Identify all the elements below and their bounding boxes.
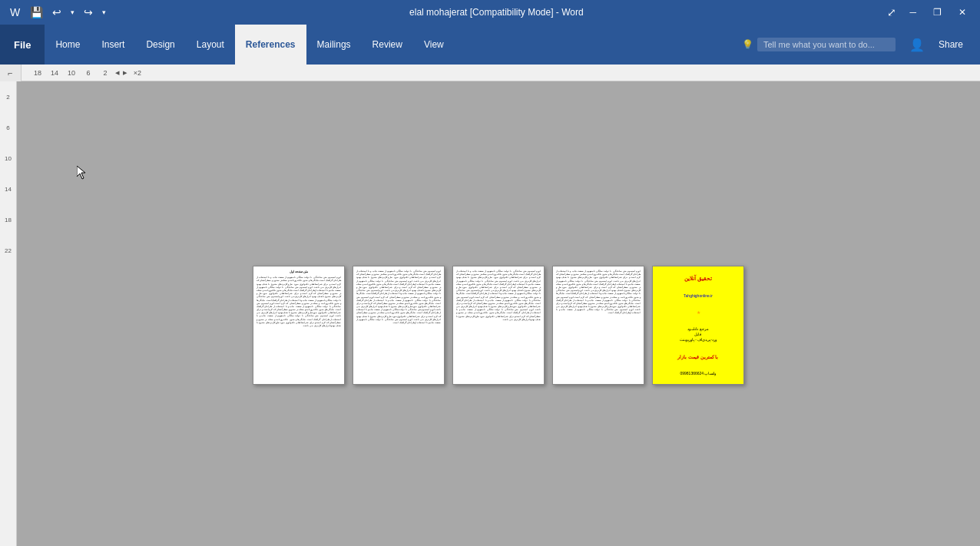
vruler-10: 10: [0, 147, 16, 162]
ruler-corner[interactable]: ⌐: [0, 65, 22, 81]
ribbon: File Home Insert Design Layout Reference…: [0, 25, 980, 65]
tab-view[interactable]: View: [413, 25, 455, 65]
user-icon: 👤: [909, 38, 925, 52]
tab-mailings[interactable]: Mailings: [306, 25, 362, 65]
tab-home[interactable]: Home: [45, 25, 91, 65]
ad-line3: ورد-پی‌دی‌اف - پاورپوینت: [680, 337, 717, 342]
file-tab[interactable]: File: [0, 25, 45, 65]
ruler-mark-2: 2: [97, 69, 114, 77]
save-button[interactable]: 💾: [27, 5, 46, 20]
ruler-corner-icon: ⌐: [8, 68, 12, 78]
ribbon-tabs: Home Insert Design Layout References Mai…: [45, 25, 734, 65]
close-button[interactable]: ✕: [951, 4, 974, 21]
lightbulb-icon: 💡: [742, 39, 753, 50]
vruler-empty4: [0, 193, 16, 208]
page-5-ad-content: تحقیق آنلاین Tahghighonline.ir ★ مرجع دا…: [653, 266, 743, 384]
ad-phone: واتساپ 09981366624: [680, 371, 717, 376]
tab-insert[interactable]: Insert: [91, 25, 135, 65]
vruler-18: 18: [0, 208, 16, 223]
ad-url: Tahghighonline.ir: [684, 293, 713, 298]
undo-dropdown-button[interactable]: ▾: [68, 7, 78, 18]
svg-marker-0: [77, 166, 85, 179]
redo-button[interactable]: ↪: [81, 5, 96, 20]
vruler-empty1: [0, 101, 16, 116]
minimize-button[interactable]: ─: [902, 4, 924, 21]
ad-line1: مرجع دانلـــود: [680, 326, 717, 332]
vruler-6: 6: [0, 116, 16, 131]
vruler-empty2: [0, 131, 16, 147]
page-1-content: متن صفحه اول لورم ایپسوم متن ساختگی با ت…: [253, 266, 344, 384]
vruler-empty5: [0, 223, 16, 239]
titlebar-right: ⤢ ─ ❐ ✕: [883, 4, 974, 21]
page-thumbnail-5[interactable]: تحقیق آنلاین Tahghighonline.ir ★ مرجع دا…: [652, 266, 744, 385]
undo-button[interactable]: ↩: [49, 5, 65, 20]
ruler-mark-18: 18: [29, 69, 46, 77]
ruler-marker-right: ▸: [123, 68, 127, 78]
ribbon-right: 👤 Share: [903, 25, 980, 65]
tab-design[interactable]: Design: [135, 25, 185, 65]
titlebar-left: W 💾 ↩ ▾ ↪ ▾: [6, 5, 109, 20]
vruler-2: 2: [0, 85, 16, 101]
vruler-22: 22: [0, 239, 16, 254]
tab-review[interactable]: Review: [362, 25, 413, 65]
restore-button[interactable]: ❐: [925, 4, 949, 21]
page-4-content: لورم ایپسوم متن ساختگی با تولید سادگی نا…: [553, 266, 644, 384]
ruler-top: ⌐ 18 14 10 6 2 ◂ ▸ ×2: [0, 65, 980, 81]
ribbon-search-area: 💡: [734, 25, 903, 65]
page-thumbnails: متن صفحه اول لورم ایپسوم متن ساختگی با ت…: [253, 266, 744, 385]
vruler-empty3: [0, 162, 16, 177]
window-title: elal mohajerat [Compatibility Mode] - Wo…: [109, 7, 883, 18]
ruler-marker-left: ◂: [115, 68, 120, 78]
ruler-mark-6: 6: [80, 69, 97, 77]
page-3-content: لورم ایپسوم متن ساختگی با تولید سادگی نا…: [453, 266, 544, 384]
page-thumbnail-4[interactable]: لورم ایپسوم متن ساختگی با تولید سادگی نا…: [552, 266, 644, 385]
tab-layout[interactable]: Layout: [186, 25, 235, 65]
page-2-content: لورم ایپسوم متن ساختگی با تولید سادگی نا…: [353, 266, 444, 384]
page-thumbnail-2[interactable]: لورم ایپسوم متن ساختگی با تولید سادگی نا…: [353, 266, 445, 385]
ruler-mark-x2: ×2: [129, 69, 146, 77]
search-input[interactable]: [757, 38, 896, 51]
word-icon: W: [6, 5, 24, 20]
ruler-left: 2 6 10 14 18 22: [0, 81, 17, 546]
ad-line2: فایل: [680, 332, 717, 337]
ad-highlight: با کمترین قیمت بازار: [677, 354, 718, 359]
ad-stars: ★: [697, 309, 700, 315]
main-area: 2 6 10 14 18 22 متن صفحه اول لورم ایپسوم…: [0, 81, 980, 546]
page-thumbnail-3[interactable]: لورم ایپسوم متن ساختگی با تولید سادگی نا…: [452, 266, 545, 385]
ad-body: مرجع دانلـــود فایل ورد-پی‌دی‌اف - پاورپ…: [680, 326, 717, 342]
ruler-mark-14: 14: [46, 69, 63, 77]
page-thumbnail-1[interactable]: متن صفحه اول لورم ایپسوم متن ساختگی با ت…: [253, 266, 345, 385]
vruler-14: 14: [0, 177, 16, 193]
mouse-cursor: [77, 166, 81, 170]
qat-more-button[interactable]: ▾: [99, 7, 109, 18]
ruler-mark-10: 10: [63, 69, 80, 77]
fullscreen-icon[interactable]: ⤢: [883, 5, 900, 20]
share-button[interactable]: Share: [928, 39, 974, 50]
tab-references[interactable]: References: [235, 25, 306, 65]
document-canvas: متن صفحه اول لورم ایپسوم متن ساختگی با ت…: [17, 81, 980, 546]
ad-title: تحقیق آنلاین: [684, 276, 712, 282]
title-bar: W 💾 ↩ ▾ ↪ ▾ elal mohajerat [Compatibilit…: [0, 0, 980, 25]
ruler-marks: 18 14 10 6 2 ◂ ▸ ×2: [22, 68, 146, 78]
